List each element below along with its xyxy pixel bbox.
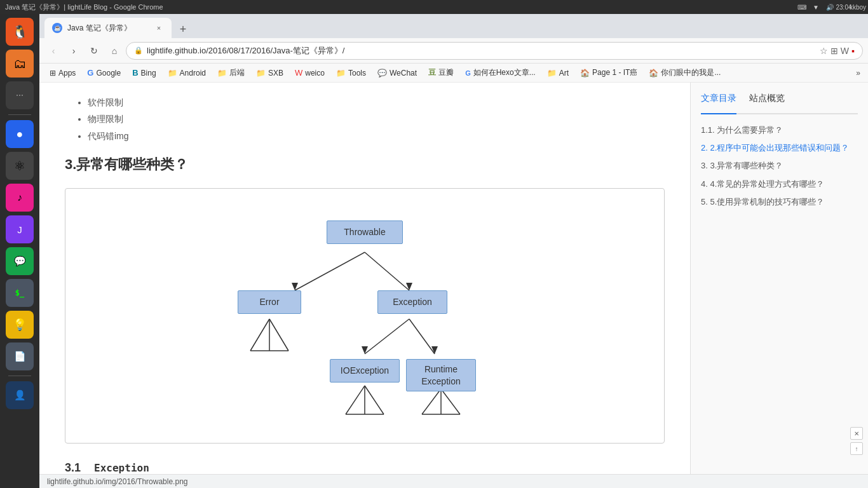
sidebar-item-avatar[interactable]: 👤: [6, 381, 34, 409]
menu-icon[interactable]: ▪: [851, 46, 855, 56]
toc-link-2[interactable]: 2. 2.程序中可能会出现那些错误和问题？: [701, 143, 849, 152]
active-tab[interactable]: ☕ Java 笔记《异常》 ×: [44, 18, 172, 38]
svg-line-4: [365, 319, 409, 354]
bookmark-wechat[interactable]: 💬 WeChat: [372, 67, 422, 79]
toc-link-1[interactable]: 1.1. 为什么需要异常？: [701, 125, 783, 135]
bookmark-google-label: Google: [96, 69, 121, 78]
tab-favicon: ☕: [52, 23, 62, 33]
wifi-icon: ▼: [811, 2, 821, 12]
sidebar-item-chrome[interactable]: ●: [6, 120, 34, 148]
sidebar-item-netease[interactable]: ♪: [6, 184, 34, 212]
reload-button[interactable]: ↻: [85, 42, 103, 60]
scroll-up-button[interactable]: ✕: [850, 427, 863, 440]
sub-section-31-code: Exception: [94, 462, 149, 474]
uml-throwable-box: Throwable: [327, 220, 403, 243]
android-folder-icon: 📁: [168, 69, 177, 78]
bookmark-douban-label: 豆瓣: [438, 67, 454, 78]
status-url: lightlife.github.io/img/2016/Throwable.p…: [47, 477, 187, 486]
window-title: Java 笔记《异常》| lightLife Blog - Google Chr…: [5, 3, 163, 12]
svg-line-10: [269, 319, 288, 351]
sidebar-item-hint[interactable]: 💡: [6, 311, 34, 339]
scroll-down-button[interactable]: ↑: [850, 442, 863, 455]
uml-runtimeexception-box: RuntimeException: [406, 359, 476, 391]
toc-item-code: 代码错img: [88, 129, 665, 143]
bookmark-tools-label: Tools: [348, 69, 366, 78]
address-bar[interactable]: 🔒 lightlife.github.io/2016/08/17/2016/Ja…: [126, 42, 863, 60]
forward-button[interactable]: ›: [65, 42, 83, 60]
svg-line-16: [422, 389, 441, 414]
bookmark-it-label: Page 1 - IT癌: [592, 67, 637, 78]
sidebar-item-wechat[interactable]: 💬: [6, 247, 34, 275]
lock-icon: 🔒: [134, 46, 143, 55]
bookmark-weico[interactable]: W weico: [290, 67, 330, 79]
sidebar-item-idea[interactable]: J: [6, 215, 34, 243]
sidebar-item-atom[interactable]: ⚛: [6, 152, 34, 180]
bookmark-douban[interactable]: 豆 豆瓣: [423, 66, 459, 79]
uml-ioexception-box: IOException: [330, 359, 400, 382]
bookmark-sxb-label: SXB: [268, 69, 283, 78]
sub-section-31-title: 3.1 Exception: [65, 459, 665, 474]
toc-item-2[interactable]: 2. 2.程序中可能会出现那些错误和问题？: [701, 142, 858, 154]
tab-title: Java 笔记《异常》: [67, 23, 149, 34]
office-icon[interactable]: W: [841, 46, 849, 56]
bookmark-google[interactable]: G Google: [82, 67, 126, 79]
sidebar-item-notes[interactable]: 📄: [6, 342, 34, 370]
bookmark-it[interactable]: 🏠 Page 1 - IT癌: [575, 66, 642, 79]
application-sidebar: 🐧 🗂 ⋯ ● ⚛ ♪ J 💬 $_ 💡 📄 👤: [0, 14, 39, 488]
system-bar: Java 笔记《异常》| lightLife Blog - Google Chr…: [0, 0, 868, 14]
svg-marker-3: [406, 283, 412, 290]
bookmarks-bar: ⊞ Apps G Google B Bing 📁 Android 📁 后端 📁 …: [39, 64, 868, 83]
bookmark-art-label: Art: [559, 69, 569, 78]
toc-tab-article[interactable]: 文章目录: [701, 93, 736, 114]
svg-marker-1: [292, 283, 298, 290]
svg-line-2: [365, 252, 409, 290]
svg-line-0: [295, 252, 365, 290]
toc-item-5[interactable]: 5. 5.使用异常机制的技巧有哪些？: [701, 196, 858, 208]
bookmark-art[interactable]: 📁 Art: [542, 67, 574, 79]
right-sidebar: 文章目录 站点概览 1.1. 为什么需要异常？ 2. 2.程序中可能会出现那些错…: [690, 83, 868, 474]
sidebar-item-files[interactable]: 🗂: [6, 50, 34, 78]
bookmark-tools[interactable]: 📁 Tools: [331, 67, 371, 79]
svg-line-14: [365, 386, 384, 414]
bookmark-sxb[interactable]: 📁 SXB: [251, 67, 288, 79]
star-icon[interactable]: ☆: [820, 46, 828, 56]
toc-item-3[interactable]: 3. 3.异常有哪些种类？: [701, 160, 858, 172]
svg-marker-7: [431, 346, 438, 354]
bookmark-bing[interactable]: B Bing: [127, 67, 161, 79]
toc-item-1[interactable]: 1.1. 为什么需要异常？: [701, 125, 858, 136]
toc-link-3[interactable]: 3. 3.异常有哪些种类？: [701, 161, 783, 170]
svg-line-6: [409, 319, 435, 354]
bookmark-backend-label: 后端: [229, 67, 245, 78]
toc-header: 文章目录 站点概览: [701, 93, 858, 114]
toc-link-5[interactable]: 5. 5.使用异常机制的技巧有哪些？: [701, 197, 824, 207]
bookmark-weico-label: weico: [305, 69, 325, 78]
bookmark-backend[interactable]: 📁 后端: [212, 66, 250, 79]
toc-item-4[interactable]: 4. 4.常见的异常处理方式有哪些？: [701, 179, 858, 190]
uml-diagram-container: Throwable Error Exception IOException: [65, 188, 665, 444]
uml-error-box: Error: [238, 290, 301, 313]
bookmark-me[interactable]: 🏠 你们眼中的我是...: [644, 66, 726, 79]
bookmarks-overflow-button[interactable]: »: [853, 67, 863, 79]
home-button[interactable]: ⌂: [105, 42, 123, 60]
navigation-bar: ‹ › ↻ ⌂ 🔒 lightlife.github.io/2016/08/17…: [39, 38, 868, 64]
sidebar-item-ubuntu[interactable]: 🐧: [6, 18, 34, 46]
sidebar-item-terminal[interactable]: $_: [6, 279, 34, 307]
keyboard-icon: ⌨: [797, 2, 807, 12]
toc-link-4[interactable]: 4. 4.常见的异常处理方式有哪些？: [701, 179, 824, 189]
toc-tab-site[interactable]: 站点概览: [749, 93, 785, 108]
translate-icon[interactable]: ⊞: [831, 46, 838, 56]
user-display: kkboy: [853, 2, 863, 12]
sxb-folder-icon: 📁: [256, 69, 266, 78]
me-icon: 🏠: [649, 69, 658, 78]
bookmark-hexo[interactable]: G 如何在Hexo文章...: [460, 66, 541, 79]
bookmark-apps[interactable]: ⊞ Apps: [44, 67, 81, 79]
new-tab-button[interactable]: +: [174, 20, 192, 38]
article-content: 软件限制 物理限制 代码错img 3.异常有哪些种类？: [39, 83, 690, 474]
back-button[interactable]: ‹: [44, 42, 62, 60]
svg-line-18: [441, 389, 460, 414]
address-bar-icons: ☆ ⊞ W ▪: [820, 46, 855, 56]
tab-close-button[interactable]: ×: [154, 23, 164, 33]
bookmark-android[interactable]: 📁 Android: [163, 67, 211, 79]
sidebar-item-apps-menu[interactable]: ⋯: [6, 81, 34, 109]
svg-marker-5: [362, 346, 368, 354]
